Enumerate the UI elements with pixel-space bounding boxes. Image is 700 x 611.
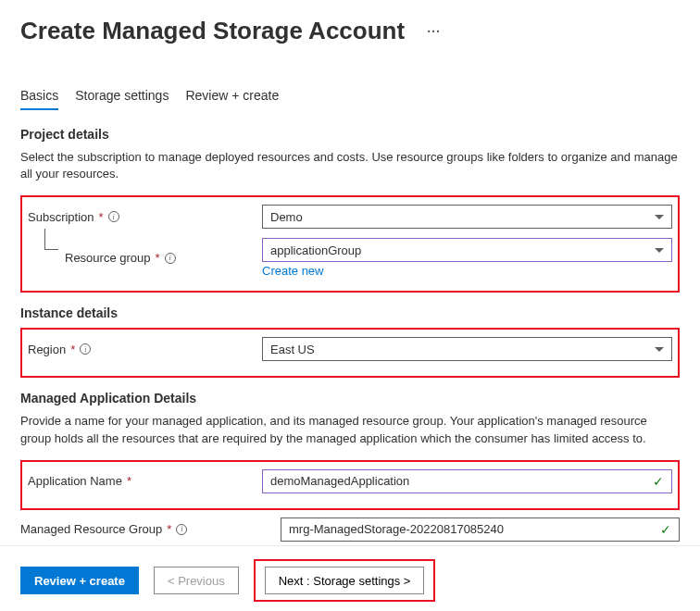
tab-review-create[interactable]: Review + create xyxy=(185,84,279,110)
managed-rg-value: mrg-ManagedStorage-20220817085240 xyxy=(289,522,504,536)
info-icon[interactable]: i xyxy=(165,253,176,264)
info-icon[interactable]: i xyxy=(108,211,119,222)
application-name-value: demoManagedApplication xyxy=(270,474,409,488)
managed-rg-input[interactable]: mrg-ManagedStorage-20220817085240 ✓ xyxy=(281,517,680,542)
page-title: Create Managed Storage Account ··· xyxy=(20,17,680,45)
managed-app-desc: Provide a name for your managed applicat… xyxy=(20,413,680,446)
subscription-value: Demo xyxy=(270,210,303,224)
required-asterisk: * xyxy=(127,474,131,488)
required-asterisk: * xyxy=(156,251,160,265)
chevron-down-icon xyxy=(655,347,664,352)
project-details-heading: Project details xyxy=(20,127,680,142)
more-icon[interactable]: ··· xyxy=(427,24,441,39)
previous-button[interactable]: < Previous xyxy=(154,567,239,594)
tab-basics[interactable]: Basics xyxy=(20,84,58,110)
managed-app-heading: Managed Application Details xyxy=(20,391,680,405)
region-label: Region xyxy=(28,343,66,356)
info-icon[interactable]: i xyxy=(80,343,91,355)
instance-details-heading: Instance details xyxy=(20,306,680,320)
chevron-down-icon xyxy=(655,248,664,253)
project-details-highlight: Subscription * i Demo Resource group * i… xyxy=(20,195,680,293)
review-create-button[interactable]: Review + create xyxy=(20,567,139,594)
resource-group-select[interactable]: applicationGroup xyxy=(262,238,672,262)
resource-group-value: applicationGroup xyxy=(270,243,361,257)
page-title-text: Create Managed Storage Account xyxy=(20,17,405,45)
required-asterisk: * xyxy=(167,522,171,536)
application-name-label: Application Name xyxy=(28,474,122,488)
required-asterisk: * xyxy=(70,343,75,356)
managed-app-highlight: Application Name * demoManagedApplicatio… xyxy=(20,460,680,510)
tab-storage-settings[interactable]: Storage settings xyxy=(75,84,169,110)
resource-group-label: Resource group xyxy=(65,251,151,265)
info-icon[interactable]: i xyxy=(176,524,187,535)
region-value: East US xyxy=(270,343,315,356)
subscription-select[interactable]: Demo xyxy=(262,205,672,229)
footer: Review + create < Previous Next : Storag… xyxy=(0,545,700,602)
project-details-desc: Select the subscription to manage deploy… xyxy=(20,149,680,182)
next-button-highlight: Next : Storage settings > xyxy=(254,559,436,602)
managed-rg-label: Managed Resource Group xyxy=(20,522,162,536)
next-button[interactable]: Next : Storage settings > xyxy=(265,567,425,594)
instance-details-highlight: Region * i East US xyxy=(20,328,680,378)
required-asterisk: * xyxy=(99,210,104,224)
create-new-link[interactable]: Create new xyxy=(262,264,323,278)
subscription-label: Subscription xyxy=(28,210,94,224)
tabs: Basics Storage settings Review + create xyxy=(20,84,680,110)
region-select[interactable]: East US xyxy=(262,337,672,361)
application-name-input[interactable]: demoManagedApplication ✓ xyxy=(262,469,672,493)
check-icon: ✓ xyxy=(653,474,664,489)
check-icon: ✓ xyxy=(660,522,671,537)
chevron-down-icon xyxy=(655,215,664,219)
